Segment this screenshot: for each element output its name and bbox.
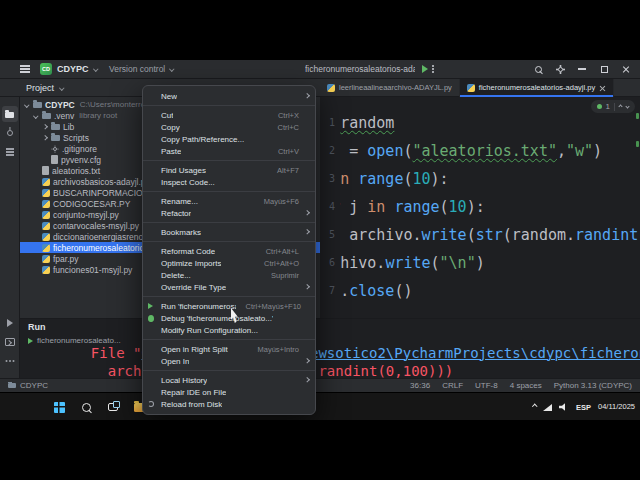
volume-icon[interactable] [559,403,569,412]
commit-glyph [7,130,13,136]
menu-separator [143,339,315,340]
context-menu-item[interactable]: CutCtrl+X [143,109,315,121]
code-token: ) [476,254,485,272]
settings-button[interactable] [552,62,568,77]
windows-start-icon[interactable] [50,397,68,417]
tree-expand-toggle[interactable] [23,103,30,107]
menu-item-shortcut: Mayús+Intro [258,345,299,354]
maximize-icon [601,66,608,73]
context-menu-item[interactable]: Local History [143,374,315,386]
search-button[interactable] [530,62,546,77]
status-item[interactable]: 36:36 [410,381,430,390]
structure-glyph [6,151,14,152]
tree-expand-toggle[interactable] [32,114,39,118]
more-actions-icon[interactable] [432,68,434,70]
code-token: random. [512,226,575,244]
tree-item-label: contarvocales-msyjl.py [53,221,139,231]
maximize-button[interactable] [596,62,612,77]
more-icon[interactable] [2,353,18,369]
close-button[interactable] [618,62,634,77]
context-menu-item[interactable]: Open in Right SplitMayús+Intro [143,343,315,355]
code-token: "\n" [440,254,476,272]
keyboard-layout[interactable]: ESP [576,403,591,412]
pyfile-icon [42,189,50,197]
run-config-label[interactable]: ficheronumerosaleatorios-adayjl... [305,64,415,74]
context-menu-item[interactable]: Debug 'ficheronumerosaleato...' [143,312,315,324]
run-icon [28,338,33,344]
context-menu-item[interactable]: PasteCtrl+V [143,145,315,157]
vcs-widget[interactable]: Version control [109,64,165,74]
editor-tab[interactable]: leerlineaalineaarchivo-ADAYJL.py [320,79,460,97]
task-view-icon[interactable] [104,397,122,417]
menu-item-shortcut: Ctrl+Mayús+F10 [246,302,301,311]
context-menu-item[interactable]: Find UsagesAlt+F7 [143,164,315,176]
context-menu-item[interactable]: Delete...Suprimir [143,269,315,281]
status-item[interactable]: UTF-8 [475,381,498,390]
status-project[interactable]: CDYPC [8,381,48,390]
context-menu-item[interactable]: Copy Path/Reference... [143,133,315,145]
status-item[interactable]: 4 spaces [510,381,542,390]
main-menu-icon[interactable] [20,68,30,69]
code-viewport: import randomarchivo = open("aleatorios.… [340,109,640,318]
submenu-arrow-slot [301,211,308,215]
status-item[interactable]: Python 3.13 (CDYPC) [554,381,632,390]
context-menu-item[interactable]: Bookmarks [143,226,315,238]
code-token: ( [440,198,449,216]
project-folder-icon[interactable] [2,106,18,122]
python-file-icon [327,84,335,92]
pyfile-icon [42,244,50,252]
context-menu-item[interactable]: Inspect Code... [143,176,315,188]
context-menu-item[interactable]: Optimize ImportsCtrl+Alt+O [143,257,315,269]
structure-icon[interactable] [2,144,18,160]
minimize-button[interactable] [574,62,590,77]
status-item[interactable]: CRLF [442,381,463,390]
context-menu-item[interactable]: CopyCtrl+C [143,121,315,133]
inspections-widget[interactable]: 1 [591,100,635,113]
tree-expand-toggle[interactable] [41,136,48,140]
more-glyph [9,360,11,362]
search-icon[interactable] [77,397,95,417]
tray-overflow-icon[interactable] [532,405,537,410]
terminal-icon[interactable] [2,334,18,350]
run-console-tab[interactable]: ficheronumerosaleato... [28,336,121,345]
tree-expand-toggle[interactable] [41,125,48,129]
search-glyph [82,403,91,412]
context-menu-item[interactable]: Rename...Mayús+F6 [143,195,315,207]
run-icon[interactable] [2,315,18,331]
project-badge[interactable]: CD [40,63,52,75]
editor-pane[interactable]: 1234567 import randomarchivo = open("ale… [320,97,640,318]
close-tab-icon[interactable] [599,84,606,91]
menu-item-label: Optimize Imports [161,259,221,268]
context-menu-item[interactable]: Override File Type [143,281,315,293]
context-menu: NewCutCtrl+XCopyCtrl+CCopy Path/Referenc… [142,85,316,415]
next-issue-icon[interactable] [625,104,629,108]
run-button[interactable] [422,65,428,73]
python-file-icon [467,84,475,92]
code-line: for j in range(10): [340,193,640,221]
code-area[interactable]: import randomarchivo = open("aleatorios.… [340,109,640,305]
context-menu-item[interactable]: New [143,90,315,102]
context-menu-item[interactable]: Modify Run Configuration... [143,324,315,336]
chevron-right-icon [304,230,309,235]
tree-item-label: ficheronumerosaleatorios [53,243,148,253]
context-menu-item[interactable]: Run 'ficheronumerosaleato...'Ctrl+Mayús+… [143,300,315,312]
context-menu-item[interactable]: Reformat CodeCtrl+Alt+L [143,245,315,257]
context-menu-item[interactable]: Open In [143,355,315,367]
context-menu-item[interactable]: Repair IDE on File [143,386,315,398]
status-widgets: 36:36CRLFUTF-84 spacesPython 3.13 (CDYPC… [410,381,632,390]
context-menu-item[interactable]: Refactor [143,207,315,219]
commit-icon[interactable] [2,125,18,141]
code-token: range [394,198,439,216]
editor-tab[interactable]: ficheronumerosaleatorios-adayjl.py [460,79,614,97]
folder-icon [51,124,60,130]
network-icon[interactable] [543,404,552,411]
status-bar: CDYPC 36:36CRLFUTF-84 spacesPython 3.13 … [0,378,640,392]
context-menu-item[interactable]: Reload from Disk [143,398,315,410]
prev-issue-icon[interactable] [618,104,622,108]
code-line: import random [340,109,640,137]
pyfile-icon [42,178,50,186]
menu-item-shortcut: Ctrl+Alt+O [264,259,299,268]
taskbar-clock[interactable]: 04/11/2025 [598,402,635,412]
project-name[interactable]: CDYPC [57,64,89,74]
line-number: 4 [322,193,335,221]
